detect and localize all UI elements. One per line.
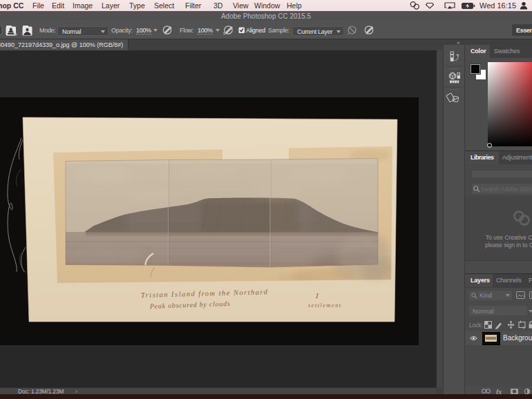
svg-text:fx: fx — [496, 388, 502, 394]
svg-text:settlement: settlement — [308, 302, 341, 309]
